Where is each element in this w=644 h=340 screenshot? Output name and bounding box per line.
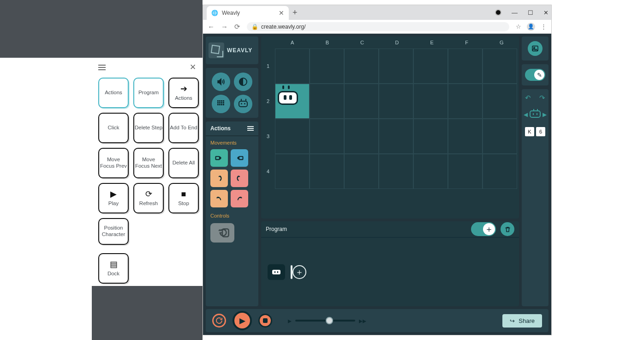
kb-refresh[interactable]: ⟳Refresh xyxy=(133,183,164,213)
window-close-icon[interactable]: ✕ xyxy=(543,9,549,16)
kb-click[interactable]: Click xyxy=(98,113,129,143)
pen-box: ✎ xyxy=(522,64,549,85)
turn-left-90[interactable] xyxy=(210,190,228,207)
kebab-icon[interactable]: ⋮ xyxy=(541,23,547,30)
turn-left-45[interactable] xyxy=(210,170,228,187)
nav-right-icon[interactable]: ▶ xyxy=(543,111,547,118)
grid-cell[interactable] xyxy=(379,49,413,84)
turn-right-90[interactable] xyxy=(231,190,248,207)
play-button[interactable]: ▶ xyxy=(233,311,252,330)
grid-cell[interactable] xyxy=(275,154,310,189)
program-area: Program ＋ ＋ xyxy=(261,221,519,306)
kb-position-character[interactable]: Position Character xyxy=(98,218,129,245)
kb-arrow-actions[interactable]: ➔Actions xyxy=(168,78,199,108)
maximize-icon[interactable]: ☐ xyxy=(528,9,533,16)
grid-cell[interactable] xyxy=(379,154,413,189)
redo-icon[interactable]: ↷ xyxy=(539,94,545,102)
kb-dock[interactable]: ▤Dock xyxy=(98,253,129,284)
position-nav[interactable]: ◀ ▶ xyxy=(525,107,546,122)
grid-cell[interactable] xyxy=(448,49,483,84)
grid-cell[interactable] xyxy=(344,154,379,189)
actions-menu-icon[interactable] xyxy=(247,125,254,132)
grid-cell[interactable] xyxy=(483,84,517,119)
grid-cell[interactable] xyxy=(483,119,517,154)
kb-tab-actions[interactable]: Actions xyxy=(98,78,129,108)
grid-cell[interactable] xyxy=(413,49,448,84)
reload-icon[interactable]: ⟳ xyxy=(234,23,240,31)
keyboard-button[interactable] xyxy=(212,95,230,113)
stop-button[interactable] xyxy=(258,314,272,328)
scene-grid[interactable]: A B C D E F G 1 2 3 4 xyxy=(261,36,519,219)
reset-button[interactable] xyxy=(212,314,226,328)
kb-delete-step[interactable]: Delete Step xyxy=(133,113,164,143)
grid-cell[interactable] xyxy=(413,119,448,154)
actions-panel: Actions Movements Controls xyxy=(206,121,258,306)
nav-left-icon[interactable]: ◀ xyxy=(524,111,528,118)
grid-cell[interactable] xyxy=(275,49,310,84)
grid-cell[interactable] xyxy=(310,119,344,154)
sound-button[interactable] xyxy=(212,73,230,91)
grid-cell[interactable] xyxy=(344,84,379,119)
program-add-step[interactable]: ＋ xyxy=(292,265,306,279)
browser-window: 🌐 Weavly ✕ + — ☐ ✕ ← → ⟳ 🔒 create.weavly… xyxy=(203,5,552,335)
move-forward[interactable] xyxy=(210,149,228,167)
grid-cell[interactable] xyxy=(379,119,413,154)
turn-right-45[interactable] xyxy=(231,170,248,187)
grid-cell[interactable] xyxy=(448,154,483,189)
contrast-button[interactable] xyxy=(234,73,252,91)
browser-tab[interactable]: 🌐 Weavly ✕ xyxy=(207,6,289,20)
hamburger-icon[interactable] xyxy=(98,65,106,70)
grid-cell[interactable] xyxy=(448,119,483,154)
share-icon: ↪ xyxy=(510,317,515,324)
grid-cell[interactable] xyxy=(310,49,344,84)
undo-icon[interactable]: ↶ xyxy=(525,94,531,102)
grid-cell[interactable] xyxy=(310,84,344,119)
grid-cell[interactable] xyxy=(344,119,379,154)
controls-label: Controls xyxy=(206,209,258,220)
back-icon[interactable]: ← xyxy=(208,23,215,30)
svg-rect-1 xyxy=(239,157,243,160)
share-button[interactable]: ↪ Share xyxy=(502,314,542,328)
grid-cell[interactable] xyxy=(310,154,344,189)
insert-toggle[interactable]: ＋ xyxy=(471,222,496,236)
kb-stop[interactable]: ■Stop xyxy=(168,183,199,213)
url-field[interactable]: 🔒 create.weavly.org/ xyxy=(247,22,509,31)
kb-focus-next[interactable]: Move Focus Next xyxy=(133,148,164,178)
grid-cell[interactable] xyxy=(413,84,448,119)
kb-add-to-end[interactable]: Add To End xyxy=(168,113,199,143)
grid-cell[interactable] xyxy=(344,49,379,84)
minimize-icon[interactable]: — xyxy=(512,9,518,16)
character-button[interactable] xyxy=(234,95,252,113)
actions-title: Actions xyxy=(210,125,231,132)
tab-close-icon[interactable]: ✕ xyxy=(279,9,284,17)
star-icon[interactable]: ☆ xyxy=(516,23,521,30)
kb-tab-program[interactable]: Program xyxy=(133,78,164,108)
kb-play[interactable]: ▶Play xyxy=(98,183,129,213)
grid-cell[interactable] xyxy=(379,84,413,119)
forward-icon[interactable]: → xyxy=(221,23,228,30)
coord-row-input[interactable]: 6 xyxy=(536,127,545,136)
trash-button[interactable] xyxy=(501,222,514,236)
character-robot[interactable] xyxy=(278,86,304,107)
new-tab-button[interactable]: + xyxy=(292,8,298,18)
tab-strip: 🌐 Weavly ✕ + — ☐ ✕ xyxy=(203,5,551,20)
profile-icon[interactable]: 👤 xyxy=(527,23,535,31)
close-icon[interactable]: ✕ xyxy=(190,62,196,72)
speed-slider[interactable]: ▸ ▸▸ xyxy=(288,316,366,325)
kb-focus-prev[interactable]: Move Focus Prev xyxy=(98,148,129,178)
program-start-tile[interactable] xyxy=(268,264,285,280)
grid-cell[interactable] xyxy=(483,154,517,189)
grid-cell[interactable] xyxy=(275,119,310,154)
keyboard-panel: ✕ Actions Program ➔Actions Click Delete … xyxy=(92,58,203,286)
move-backward[interactable] xyxy=(231,149,248,167)
col-header: F xyxy=(449,36,484,49)
grid-cell[interactable] xyxy=(483,49,517,84)
coord-col-input[interactable]: K xyxy=(525,127,534,136)
pen-toggle[interactable]: ✎ xyxy=(525,69,545,81)
loop-control[interactable] xyxy=(210,223,234,243)
background-button[interactable] xyxy=(528,41,543,56)
col-header: E xyxy=(414,36,449,49)
grid-cell[interactable] xyxy=(413,154,448,189)
grid-cell[interactable] xyxy=(448,84,483,119)
kb-delete-all[interactable]: Delete All xyxy=(168,148,199,178)
